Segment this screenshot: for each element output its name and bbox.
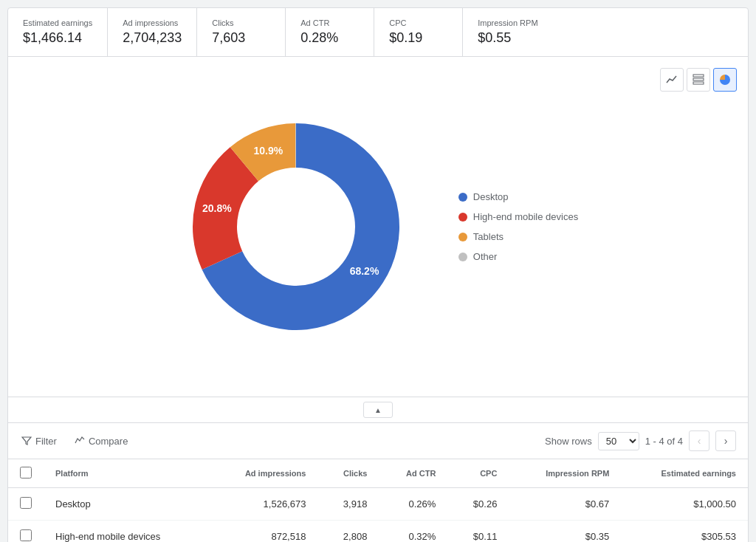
legend-dot-tablets xyxy=(458,233,467,241)
stat-cpc-label: CPC xyxy=(389,18,447,27)
chart-legend: Desktop High-end mobile devices Tablets … xyxy=(458,191,578,262)
legend-item-other: Other xyxy=(458,251,578,262)
legend-label-tablets: Tablets xyxy=(473,231,504,242)
stat-clicks-label: Clicks xyxy=(212,18,270,27)
donut-chart: 68.2%20.8%10.9% xyxy=(178,109,414,345)
row-platform: High-end mobile devices xyxy=(44,521,209,543)
pagination-info: 1 - 4 of 4 xyxy=(645,436,683,447)
stat-cpc: CPC $0.19 xyxy=(374,8,463,56)
stat-estimated-earnings-label: Estimated earnings xyxy=(23,18,92,27)
legend-item-desktop: Desktop xyxy=(458,191,578,202)
stat-ad-ctr-label: Ad CTR xyxy=(300,18,359,27)
donut-container: 68.2%20.8%10.9% Desktop High-end mobile … xyxy=(178,109,578,345)
collapse-handle: ▲ xyxy=(8,397,748,422)
header-ctr[interactable]: Ad CTR xyxy=(379,459,447,488)
legend-label-desktop: Desktop xyxy=(473,191,509,202)
svg-text:20.8%: 20.8% xyxy=(202,202,232,214)
header-checkbox-col xyxy=(8,459,44,488)
compare-icon xyxy=(75,436,85,446)
table-row: High-end mobile devices 872,518 2,808 0.… xyxy=(8,521,748,543)
toolbar-left: Filter Compare xyxy=(20,433,129,450)
filter-icon xyxy=(21,436,32,446)
row-earnings: $305.53 xyxy=(621,521,748,543)
svg-rect-2 xyxy=(693,82,704,84)
row-cpc: $0.11 xyxy=(447,521,509,543)
svg-rect-1 xyxy=(693,78,704,80)
stat-impression-rpm-value: $0.55 xyxy=(478,30,537,46)
stat-impression-rpm: Impression RPM $0.55 xyxy=(463,8,552,56)
table-section: Filter Compare Show rows 50 25 100 1 - 4… xyxy=(8,422,748,542)
main-container: Estimated earnings $1,466.14 Ad impressi… xyxy=(7,7,749,542)
stat-clicks-value: 7,603 xyxy=(212,30,270,46)
filter-button[interactable]: Filter xyxy=(20,433,58,450)
show-rows-label: Show rows xyxy=(545,436,592,447)
stats-bar: Estimated earnings $1,466.14 Ad impressi… xyxy=(8,8,748,57)
row-impressions: 872,518 xyxy=(209,521,317,543)
legend-dot-desktop xyxy=(458,193,467,202)
toolbar-right: Show rows 50 25 100 1 - 4 of 4 ‹ › xyxy=(545,430,736,451)
line-chart-view-button[interactable] xyxy=(660,68,684,92)
rows-per-page-select[interactable]: 50 25 100 xyxy=(598,432,639,450)
header-rpm[interactable]: Impression RPM xyxy=(509,459,621,488)
filter-label: Filter xyxy=(35,436,57,447)
header-impressions[interactable]: Ad impressions xyxy=(209,459,317,488)
compare-button[interactable]: Compare xyxy=(73,433,129,450)
row-ctr: 0.26% xyxy=(379,488,447,521)
stat-ad-impressions-value: 2,704,233 xyxy=(123,30,182,46)
collapse-button[interactable]: ▲ xyxy=(363,402,393,418)
header-earnings[interactable]: Estimated earnings xyxy=(621,459,748,488)
stat-ad-impressions-label: Ad impressions xyxy=(123,18,182,27)
svg-text:68.2%: 68.2% xyxy=(349,265,379,277)
svg-rect-0 xyxy=(693,75,704,77)
row-checkbox-1[interactable] xyxy=(20,529,32,541)
stat-ad-ctr-value: 0.28% xyxy=(300,30,359,46)
stat-clicks: Clicks 7,603 xyxy=(197,8,286,56)
table-toolbar: Filter Compare Show rows 50 25 100 1 - 4… xyxy=(8,423,748,459)
pie-chart-view-button[interactable] xyxy=(713,68,737,92)
table-header-row: Platform Ad impressions Clicks Ad CTR CP… xyxy=(8,459,748,488)
row-checkbox-0[interactable] xyxy=(20,497,32,509)
row-clicks: 3,918 xyxy=(317,488,379,521)
legend-dot-mobile xyxy=(458,213,467,222)
compare-label: Compare xyxy=(89,436,128,447)
view-toggle xyxy=(660,68,737,92)
header-cpc[interactable]: CPC xyxy=(447,459,509,488)
stat-ad-ctr: Ad CTR 0.28% xyxy=(286,8,374,56)
row-rpm: $0.35 xyxy=(509,521,621,543)
legend-dot-other xyxy=(458,253,467,261)
select-all-checkbox[interactable] xyxy=(20,467,32,478)
chart-area: 68.2%20.8%10.9% Desktop High-end mobile … xyxy=(8,57,748,397)
next-page-button[interactable]: › xyxy=(715,430,736,451)
table-view-button[interactable] xyxy=(687,68,710,92)
svg-text:10.9%: 10.9% xyxy=(253,145,283,157)
table-row: Desktop 1,526,673 3,918 0.26% $0.26 $0.6… xyxy=(8,488,748,521)
legend-item-tablets: Tablets xyxy=(458,231,578,242)
row-cpc: $0.26 xyxy=(447,488,509,521)
legend-item-mobile: High-end mobile devices xyxy=(458,211,578,222)
stat-cpc-value: $0.19 xyxy=(389,30,447,46)
row-checkbox-cell xyxy=(8,521,44,543)
legend-label-other: Other xyxy=(473,251,498,262)
stat-ad-impressions: Ad impressions 2,704,233 xyxy=(108,8,197,56)
prev-page-button[interactable]: ‹ xyxy=(689,430,709,451)
table-body: Desktop 1,526,673 3,918 0.26% $0.26 $0.6… xyxy=(8,488,748,543)
header-clicks[interactable]: Clicks xyxy=(317,459,379,488)
row-clicks: 2,808 xyxy=(317,521,379,543)
data-table: Platform Ad impressions Clicks Ad CTR CP… xyxy=(8,459,748,542)
stat-estimated-earnings-value: $1,466.14 xyxy=(23,30,92,46)
legend-label-mobile: High-end mobile devices xyxy=(473,211,578,222)
stat-estimated-earnings: Estimated earnings $1,466.14 xyxy=(8,8,108,56)
row-checkbox-cell xyxy=(8,488,44,521)
stat-impression-rpm-label: Impression RPM xyxy=(478,18,537,27)
row-earnings: $1,000.50 xyxy=(621,488,748,521)
row-platform: Desktop xyxy=(44,488,209,521)
row-rpm: $0.67 xyxy=(509,488,621,521)
row-impressions: 1,526,673 xyxy=(209,488,317,521)
header-platform[interactable]: Platform xyxy=(44,459,209,488)
row-ctr: 0.32% xyxy=(379,521,447,543)
